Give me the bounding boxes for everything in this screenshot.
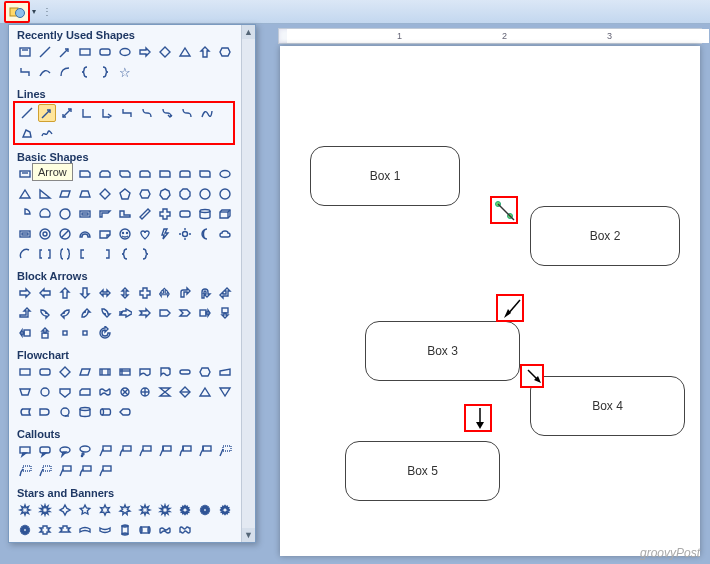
left-callout-icon[interactable] — [16, 324, 34, 342]
donut-icon[interactable] — [36, 225, 54, 243]
hexagon-icon[interactable] — [136, 185, 154, 203]
elbow-connector-icon[interactable] — [78, 104, 96, 122]
pentagon-icon[interactable] — [116, 185, 134, 203]
connector-icon[interactable] — [36, 383, 54, 401]
data-icon[interactable] — [76, 363, 94, 381]
curved-right-icon[interactable] — [36, 304, 54, 322]
double-arrow-icon[interactable] — [58, 104, 76, 122]
scroll-down-icon[interactable]: ▼ — [242, 528, 255, 542]
triangle-icon[interactable] — [176, 43, 194, 61]
cloud-icon[interactable] — [216, 225, 234, 243]
insert-shapes-button[interactable] — [4, 1, 30, 23]
curved-up-icon[interactable] — [76, 304, 94, 322]
half-frame-icon[interactable] — [96, 205, 114, 223]
bevel-icon[interactable] — [16, 225, 34, 243]
decagon-icon[interactable] — [196, 185, 214, 203]
double-wave-icon[interactable] — [176, 521, 194, 539]
curve-icon[interactable] — [36, 63, 54, 81]
dodecagon-icon[interactable] — [216, 185, 234, 203]
curved-connector-icon[interactable] — [138, 104, 156, 122]
octagon-icon[interactable] — [176, 185, 194, 203]
frame-icon[interactable] — [76, 205, 94, 223]
teardrop-icon[interactable] — [56, 205, 74, 223]
cloud-callout-icon[interactable] — [76, 442, 94, 460]
right-arrow-icon[interactable] — [16, 284, 34, 302]
up-arrow-icon[interactable] — [56, 284, 74, 302]
down-callout-icon[interactable] — [216, 304, 234, 322]
snip-rect-icon[interactable] — [76, 165, 94, 183]
smiley-icon[interactable] — [116, 225, 134, 243]
manual-op-icon[interactable] — [16, 383, 34, 401]
rectangle-icon[interactable] — [76, 43, 94, 61]
connector-handle-marker[interactable] — [490, 196, 518, 224]
collate-icon[interactable] — [156, 383, 174, 401]
down-arrow-icon[interactable] — [76, 284, 94, 302]
display-icon[interactable] — [116, 403, 134, 421]
horizontal-scroll-icon[interactable] — [136, 521, 154, 539]
shape-box-2[interactable]: Box 2 — [530, 206, 680, 266]
accent-callout3-icon[interactable] — [196, 442, 214, 460]
up-arrow-icon[interactable] — [196, 43, 214, 61]
uturn-arrow-icon[interactable] — [196, 284, 214, 302]
diag-stripe-icon[interactable] — [136, 205, 154, 223]
bent-up-arrow-icon[interactable] — [16, 304, 34, 322]
rounded-rect-icon[interactable] — [96, 43, 114, 61]
shape-box-5[interactable]: Box 5 — [345, 441, 500, 501]
arrow-line-icon[interactable] — [56, 43, 74, 61]
explosion1-icon[interactable] — [16, 501, 34, 519]
elbow-double-icon[interactable] — [118, 104, 136, 122]
qat-dropdown-icon[interactable]: ▾ — [30, 1, 38, 23]
left-brace-icon[interactable] — [76, 63, 94, 81]
sort-icon[interactable] — [176, 383, 194, 401]
lightning-icon[interactable] — [156, 225, 174, 243]
terminator-icon[interactable] — [176, 363, 194, 381]
accent-border2-icon[interactable] — [76, 462, 94, 480]
border-callout3-icon[interactable] — [36, 462, 54, 480]
arrow-line-icon[interactable] — [38, 104, 56, 122]
left-right-arrow-icon[interactable] — [96, 284, 114, 302]
process-icon[interactable] — [16, 363, 34, 381]
trapezoid-icon[interactable] — [76, 185, 94, 203]
document-page[interactable]: Box 1 Box 2 Box 3 Box 4 Box 5 — [280, 46, 700, 556]
round-diag-icon[interactable] — [196, 165, 214, 183]
document-icon[interactable] — [136, 363, 154, 381]
decision-icon[interactable] — [56, 363, 74, 381]
up-down-arrow-icon[interactable] — [116, 284, 134, 302]
double-bracket-icon[interactable] — [36, 245, 54, 263]
pie-icon[interactable] — [16, 205, 34, 223]
seq-access-icon[interactable] — [56, 403, 74, 421]
manual-input-icon[interactable] — [216, 363, 234, 381]
rect-callout-icon[interactable] — [16, 442, 34, 460]
star32-icon[interactable] — [16, 521, 34, 539]
star12-icon[interactable] — [176, 501, 194, 519]
cross-icon[interactable] — [156, 205, 174, 223]
shape-box-3[interactable]: Box 3 — [365, 321, 520, 381]
round-snip-icon[interactable] — [136, 165, 154, 183]
arrow-marker[interactable] — [520, 364, 544, 388]
scroll-up-icon[interactable]: ▲ — [242, 25, 255, 39]
line-callout1-icon[interactable] — [96, 442, 114, 460]
merge-icon[interactable] — [216, 383, 234, 401]
scribble-icon[interactable] — [38, 124, 56, 142]
direct-access-icon[interactable] — [96, 403, 114, 421]
round2-icon[interactable] — [176, 165, 194, 183]
diamond-icon[interactable] — [156, 43, 174, 61]
stored-data-icon[interactable] — [16, 403, 34, 421]
moon-icon[interactable] — [196, 225, 214, 243]
star4-icon[interactable] — [56, 501, 74, 519]
oval-icon[interactable] — [116, 43, 134, 61]
offpage-icon[interactable] — [56, 383, 74, 401]
curved-left-icon[interactable] — [56, 304, 74, 322]
wave-icon[interactable] — [156, 521, 174, 539]
round-callout-icon[interactable] — [36, 442, 54, 460]
card-icon[interactable] — [76, 383, 94, 401]
right-arrow-icon[interactable] — [136, 43, 154, 61]
heptagon-icon[interactable] — [156, 185, 174, 203]
diamond-icon[interactable] — [96, 185, 114, 203]
ribbon-up-icon[interactable] — [36, 521, 54, 539]
border-callout2-icon[interactable] — [16, 462, 34, 480]
tape-icon[interactable] — [96, 383, 114, 401]
shapes-gallery-panel[interactable]: ▲ ▼ Recently Used Shapes ☆ Lines — [8, 24, 256, 543]
round1-icon[interactable] — [156, 165, 174, 183]
right-brace-icon[interactable] — [96, 63, 114, 81]
